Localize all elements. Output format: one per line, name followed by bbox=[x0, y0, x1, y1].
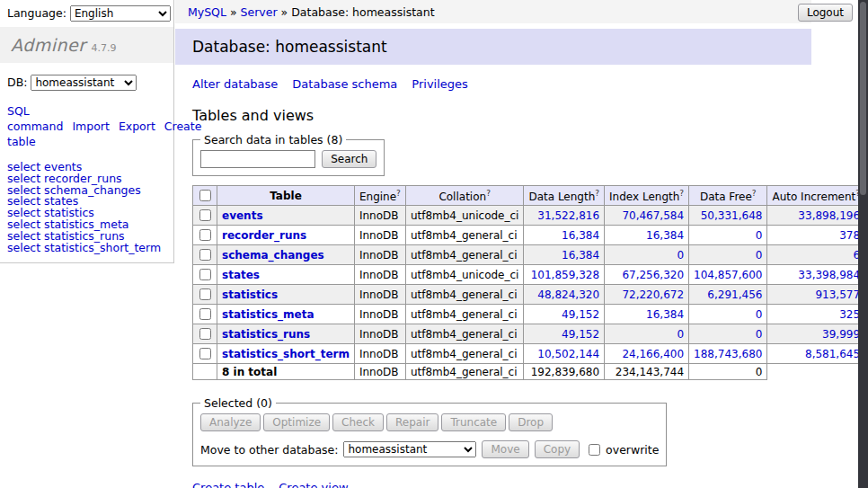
data-length-link[interactable]: 31,522,816 bbox=[537, 209, 599, 222]
engine-cell: InnoDB bbox=[354, 305, 405, 324]
col-header-engine: Engine? bbox=[354, 186, 405, 206]
create-view-link[interactable]: Create view bbox=[279, 481, 348, 488]
db-select[interactable]: homeassistant bbox=[31, 75, 137, 91]
col-header-collation: Collation? bbox=[405, 186, 524, 206]
row-checkbox[interactable] bbox=[199, 249, 211, 261]
data-free-link[interactable]: 50,331,648 bbox=[701, 209, 763, 222]
check-button[interactable]: Check bbox=[332, 413, 384, 431]
move-to-database-label: Move to other database: bbox=[200, 443, 338, 457]
data-free-link[interactable]: 0 bbox=[756, 249, 763, 262]
auto-increment-link[interactable]: 325 bbox=[839, 308, 860, 321]
move-database-select[interactable]: homeassistant bbox=[343, 441, 476, 457]
overwrite-checkbox[interactable] bbox=[589, 444, 600, 456]
auto-increment-link[interactable]: 39,999 bbox=[822, 328, 860, 341]
scrollbar-thumb[interactable] bbox=[860, 2, 866, 195]
data-free-help-link[interactable]: ? bbox=[752, 189, 757, 198]
create-table-link[interactable]: Create table bbox=[192, 481, 264, 488]
index-length-link[interactable]: 70,467,584 bbox=[622, 209, 684, 222]
vertical-scrollbar[interactable] bbox=[858, 0, 868, 488]
breadcrumb-current: Database: homeassistant bbox=[291, 5, 434, 19]
auto-increment-link[interactable]: 33,398,984 bbox=[798, 269, 860, 281]
data-free-link[interactable]: 6,291,456 bbox=[707, 288, 762, 301]
table-row: recorder_runs InnoDB utf8mb4_general_ci … bbox=[193, 226, 868, 245]
index-length-help-link[interactable]: ? bbox=[679, 189, 684, 198]
tables-and-views-heading: Tables and views bbox=[192, 107, 858, 124]
table-name-link[interactable]: statistics_meta bbox=[222, 308, 314, 321]
data-length-link[interactable]: 10,502,144 bbox=[537, 348, 599, 360]
sidebar-link-import[interactable]: Import bbox=[72, 120, 110, 133]
collation-cell: utf8mb4_general_ci bbox=[405, 324, 524, 344]
data-free-link[interactable]: 104,857,600 bbox=[694, 269, 762, 281]
auto-increment-link[interactable]: 8,581,645 bbox=[805, 348, 860, 360]
breadcrumb-server-link[interactable]: Server bbox=[241, 5, 278, 19]
index-length-link[interactable]: 0 bbox=[677, 249, 684, 262]
auto-increment-link[interactable]: 913,577 bbox=[815, 288, 860, 301]
sidebar-link-sql-command[interactable]: SQL command bbox=[7, 104, 63, 133]
index-length-link[interactable]: 0 bbox=[677, 328, 684, 341]
sidebar: Language:English Adminer4.7.9 DB:homeass… bbox=[0, 0, 174, 263]
table-name-link[interactable]: schema_changes bbox=[222, 249, 324, 262]
database-schema-link[interactable]: Database schema bbox=[292, 77, 397, 91]
alter-database-link[interactable]: Alter database bbox=[192, 77, 278, 91]
data-free-link[interactable]: 188,743,680 bbox=[694, 348, 762, 360]
sidebar-item-select-statistics-short-term[interactable]: select statistics_short_term bbox=[7, 243, 166, 254]
col-header-index-length: Index Length? bbox=[605, 186, 689, 206]
logout-button[interactable]: Logout bbox=[798, 4, 853, 22]
data-length-link[interactable]: 16,384 bbox=[562, 249, 599, 262]
data-length-link[interactable]: 16,384 bbox=[562, 229, 599, 242]
table-name-link[interactable]: events bbox=[222, 209, 263, 222]
collation-help-link[interactable]: ? bbox=[486, 189, 491, 198]
collation-cell: utf8mb4_general_ci bbox=[405, 305, 524, 324]
data-length-link[interactable]: 101,859,328 bbox=[531, 269, 599, 281]
data-free-link[interactable]: 0 bbox=[756, 328, 763, 341]
index-length-link[interactable]: 72,220,672 bbox=[622, 288, 684, 301]
truncate-button[interactable]: Truncate bbox=[441, 413, 506, 431]
drop-button[interactable]: Drop bbox=[509, 413, 553, 431]
auto-increment-link[interactable]: 378 bbox=[839, 229, 860, 242]
row-checkbox[interactable] bbox=[199, 269, 211, 280]
optimize-button[interactable]: Optimize bbox=[263, 413, 330, 431]
data-length-help-link[interactable]: ? bbox=[595, 189, 599, 198]
table-name-link[interactable]: states bbox=[222, 269, 260, 281]
move-button[interactable]: Move bbox=[482, 440, 528, 458]
engine-cell: InnoDB bbox=[354, 344, 405, 364]
privileges-link[interactable]: Privileges bbox=[412, 77, 468, 91]
row-checkbox[interactable] bbox=[199, 348, 211, 359]
data-length-link[interactable]: 48,824,320 bbox=[537, 288, 599, 301]
search-input[interactable] bbox=[200, 150, 315, 168]
overwrite-label: overwrite bbox=[606, 443, 659, 457]
analyze-button[interactable]: Analyze bbox=[200, 413, 261, 431]
total-data-free: 0 bbox=[689, 364, 767, 380]
language-select[interactable]: English bbox=[70, 5, 171, 22]
copy-button[interactable]: Copy bbox=[535, 440, 580, 458]
repair-button[interactable]: Repair bbox=[386, 413, 438, 431]
table-name-link[interactable]: recorder_runs bbox=[222, 229, 306, 242]
engine-cell: InnoDB bbox=[354, 226, 405, 245]
table-row: states InnoDB utf8mb4_unicode_ci 101,859… bbox=[193, 265, 868, 285]
index-length-link[interactable]: 16,384 bbox=[646, 308, 684, 321]
select-all-checkbox[interactable] bbox=[199, 190, 211, 201]
row-checkbox[interactable] bbox=[199, 328, 211, 340]
table-name-link[interactable]: statistics_runs bbox=[222, 328, 310, 341]
collation-cell: utf8mb4_unicode_ci bbox=[405, 265, 524, 285]
engine-help-link[interactable]: ? bbox=[396, 189, 401, 198]
auto-increment-link[interactable]: 33,898,196 bbox=[798, 209, 860, 222]
sidebar-link-export[interactable]: Export bbox=[119, 120, 155, 133]
index-length-link[interactable]: 67,256,320 bbox=[622, 269, 684, 281]
search-button[interactable]: Search bbox=[322, 150, 376, 168]
data-free-link[interactable]: 0 bbox=[756, 229, 763, 242]
index-length-link[interactable]: 24,166,400 bbox=[622, 348, 684, 360]
create-links: Create tableCreate view bbox=[192, 481, 858, 488]
data-length-link[interactable]: 49,152 bbox=[562, 308, 599, 321]
data-length-link[interactable]: 49,152 bbox=[562, 328, 599, 341]
data-free-link[interactable]: 0 bbox=[756, 308, 763, 321]
row-checkbox[interactable] bbox=[199, 308, 211, 320]
collation-cell: utf8mb4_general_ci bbox=[405, 285, 524, 305]
row-checkbox[interactable] bbox=[199, 209, 211, 221]
table-name-link[interactable]: statistics bbox=[222, 288, 278, 301]
breadcrumb-mysql-link[interactable]: MySQL bbox=[188, 5, 226, 19]
table-name-link[interactable]: statistics_short_term bbox=[222, 348, 350, 360]
index-length-link[interactable]: 16,384 bbox=[646, 229, 684, 242]
row-checkbox[interactable] bbox=[199, 288, 211, 300]
row-checkbox[interactable] bbox=[199, 229, 211, 241]
